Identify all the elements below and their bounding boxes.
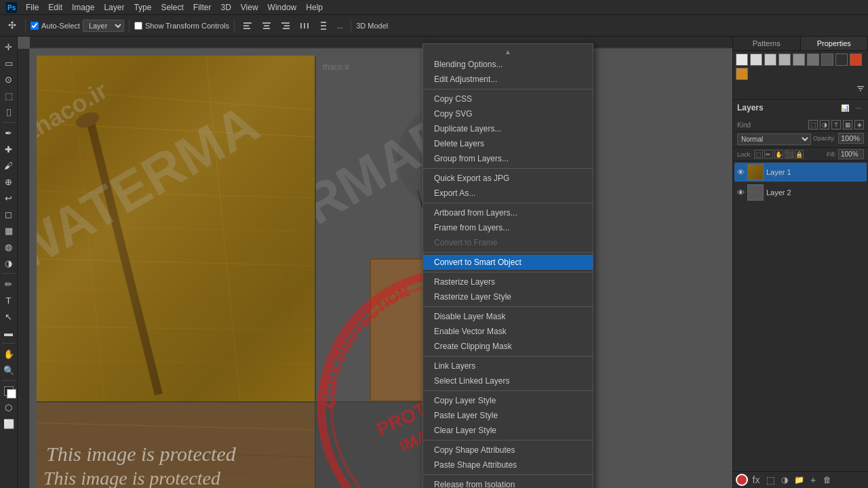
history-brush-tool[interactable]: ↩ [1,190,16,205]
object-select-tool[interactable]: ⬚ [1,88,16,103]
layers-more-icon[interactable]: ··· [853,102,864,113]
ctx-rasterize-layers[interactable]: Rasterize Layers [423,274,593,289]
menu-edit[interactable]: Edit [44,1,66,14]
kind-text-icon[interactable]: T [831,120,841,129]
distribute-v-btn[interactable] [315,19,332,33]
swatch-dark2[interactable] [793,54,805,66]
ctx-copy-shape-attributes[interactable]: Copy Shape Attributes [423,443,593,458]
ctx-blending-options[interactable]: Blending Options... [423,57,593,72]
menu-file[interactable]: File [22,1,43,14]
quick-mask[interactable]: ⬡ [1,400,16,415]
tab-properties[interactable]: Properties [801,37,869,50]
ctx-group-from-layers[interactable]: Group from Layers... [423,151,593,166]
ctx-create-clipping-mask[interactable]: Create Clipping Mask [423,339,593,354]
align-right-btn[interactable] [277,19,294,33]
swatch-dark1[interactable] [778,54,791,66]
screen-mode[interactable]: ⬜ [1,416,16,431]
brush-tool[interactable]: 🖌 [1,158,16,173]
ctx-duplicate-layers[interactable]: Duplicate Layers... [423,121,593,136]
lock-position-icon[interactable]: ✋ [774,150,783,159]
healing-tool[interactable]: ✚ [1,142,16,157]
align-center-btn[interactable] [258,19,275,33]
delete-layer-btn[interactable]: 🗑 [821,474,833,486]
ctx-convert-to-smart-object[interactable]: Convert to Smart Object [423,255,593,270]
ctx-convert-to-frame[interactable]: Convert to Frame [423,235,593,250]
lock-all-icon[interactable]: 🔒 [795,150,804,159]
lock-transparent-icon[interactable]: ⬚ [754,150,763,159]
ctx-delete-layers[interactable]: Delete Layers [423,136,593,151]
layer-item-1[interactable]: 👁 Layer 1 [734,163,867,182]
ctx-rasterize-layer-style[interactable]: Rasterize Layer Style [423,289,593,304]
auto-select-checkbox[interactable] [31,22,39,30]
selection-tool[interactable]: ▭ [1,56,16,70]
menu-layer[interactable]: Layer [100,1,128,14]
opacity-input[interactable] [838,133,864,144]
ctx-frame-from-layers[interactable]: Frame from Layers... [423,220,593,235]
pen-tool[interactable]: ✏ [1,277,16,291]
ctx-copy-layer-style[interactable]: Copy Layer Style [423,393,593,408]
move-tool-btn[interactable] [4,19,20,33]
ctx-clear-layer-style[interactable]: Clear Layer Style [423,423,593,438]
context-menu[interactable]: ▲ Blending Options... Edit Adjustment...… [422,43,593,488]
tab-patterns[interactable]: Patterns [733,37,801,50]
menu-image[interactable]: Image [68,1,98,14]
swatch-orange[interactable] [736,68,748,80]
fill-input[interactable] [838,149,864,159]
blur-tool[interactable]: ◍ [1,239,16,254]
ctx-export-as[interactable]: Export As... [423,186,593,201]
layer-color-dot[interactable] [736,474,748,486]
ctx-artboard-from-layers[interactable]: Artboard from Layers... [423,205,593,220]
swatch-white[interactable] [736,54,748,66]
layer-2-eye-icon[interactable]: 👁 [737,188,745,197]
shape-tool[interactable]: ▬ [1,325,16,340]
lasso-tool[interactable]: ⊙ [1,72,16,87]
swatch-light[interactable] [750,54,762,66]
auto-select-check[interactable]: Auto-Select [31,22,80,30]
lock-image-icon[interactable]: ✏ [764,150,773,159]
filter-icon[interactable] [856,84,865,94]
menu-help[interactable]: Help [302,1,327,14]
menu-3d[interactable]: 3D [216,1,235,14]
swatch-dark3[interactable] [821,54,833,66]
ctx-link-layers[interactable]: Link Layers [423,359,593,373]
new-layer-btn[interactable]: + [807,474,819,486]
swatch-red[interactable] [850,54,862,66]
menu-filter[interactable]: Filter [189,1,216,14]
new-fill-adj-btn[interactable]: ◑ [778,474,791,486]
kind-shape-icon[interactable]: ▦ [843,120,852,129]
more-options-btn[interactable]: ... [334,20,346,31]
gradient-tool[interactable]: ▦ [1,223,16,238]
ctx-edit-adjustment[interactable]: Edit Adjustment... [423,72,593,87]
zoom-tool[interactable]: 🔍 [1,363,16,378]
ctx-release-from-isolation[interactable]: Release from Isolation [423,477,593,488]
align-left-btn[interactable] [239,19,256,33]
ctx-select-linked-layers[interactable]: Select Linked Layers [423,373,593,388]
dodge-tool[interactable]: ◑ [1,256,16,270]
lock-board-icon[interactable]: ⬛ [785,150,793,159]
eraser-tool[interactable]: ◻ [1,207,16,222]
blend-mode-select[interactable]: Normal Multiply Screen [737,134,811,145]
ctx-scroll-up[interactable]: ▲ [423,47,593,57]
ctx-disable-layer-mask[interactable]: Disable Layer Mask [423,309,593,324]
distribute-h-btn[interactable] [296,19,313,33]
swatch-darker[interactable] [807,54,819,66]
ctx-copy-css[interactable]: Copy CSS [423,92,593,106]
ctx-copy-svg[interactable]: Copy SVG [423,106,593,121]
text-tool[interactable]: T [1,293,16,308]
show-transform-check[interactable]: Show Transform Controls [134,22,229,30]
add-mask-btn[interactable]: ⬚ [764,474,776,486]
foreground-color[interactable] [1,384,16,399]
add-layer-style-btn[interactable]: fx [750,474,762,486]
layer-select[interactable]: Layer Group [83,20,124,32]
layer-item-2[interactable]: 👁 Layer 2 [734,183,867,202]
ctx-paste-shape-attributes[interactable]: Paste Shape Attributes [423,458,593,472]
stamp-tool[interactable]: ⊕ [1,174,16,189]
new-group-btn[interactable]: 📁 [793,474,805,486]
ctx-paste-layer-style[interactable]: Paste Layer Style [423,408,593,423]
kind-adjust-icon[interactable]: ◑ [820,120,829,129]
menu-select[interactable]: Select [157,1,187,14]
menu-view[interactable]: View [237,1,262,14]
swatch-dark4[interactable] [835,54,848,66]
move-tool[interactable]: ✛ [1,39,16,54]
ctx-enable-vector-mask[interactable]: Enable Vector Mask [423,324,593,339]
